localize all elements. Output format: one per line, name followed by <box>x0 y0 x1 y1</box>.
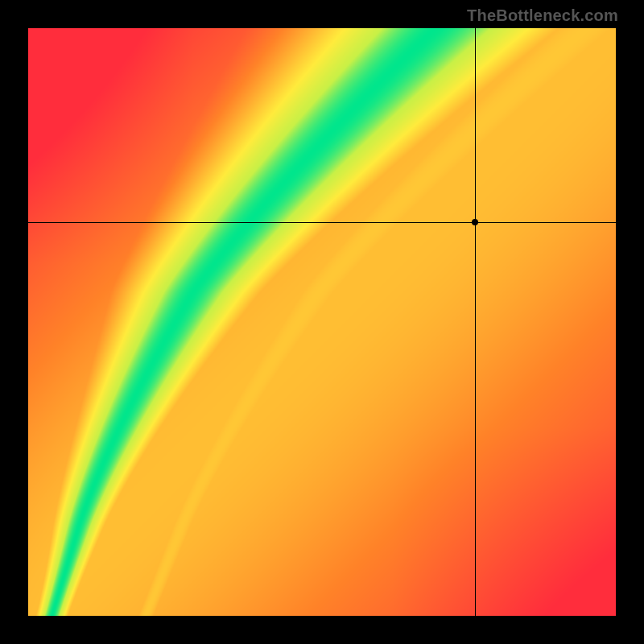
heatmap-plot <box>28 28 616 616</box>
watermark-text: TheBottleneck.com <box>467 6 618 25</box>
crosshair-horizontal <box>28 222 616 223</box>
crosshair-point <box>472 219 478 225</box>
crosshair-vertical <box>475 28 476 616</box>
chart-frame: TheBottleneck.com <box>0 0 644 644</box>
heatmap-canvas <box>28 28 616 616</box>
